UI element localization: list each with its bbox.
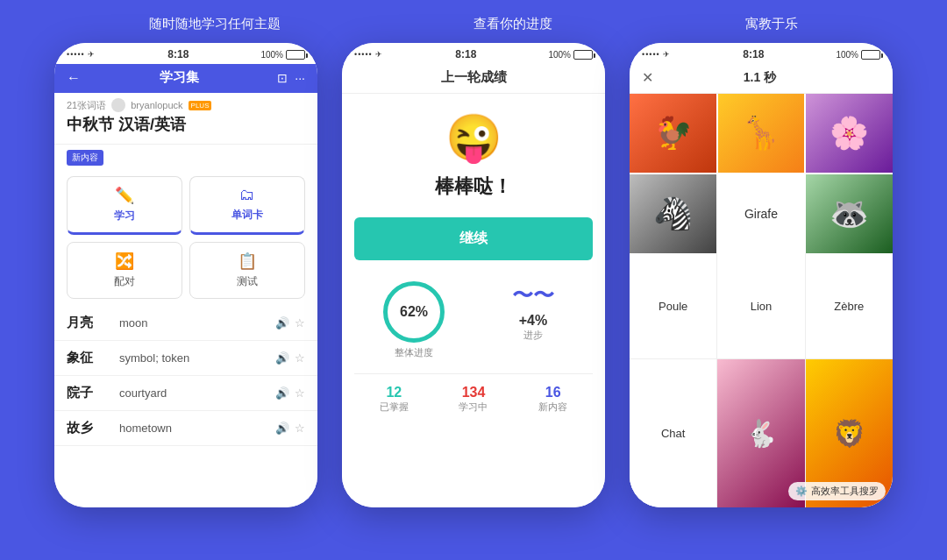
test-icon: 📋 [238,252,257,271]
zh-word-4: 故乡 [67,420,110,436]
word-actions-3: 🔊 ☆ [275,386,305,400]
mode-match[interactable]: 🔀 配对 [67,242,182,299]
answer-poule[interactable]: Poule [630,253,716,358]
bookmark-icon[interactable]: ⊡ [277,71,288,85]
vocab-item-1[interactable]: 月亮 moon 🔊 ☆ [54,306,317,341]
new-badge: 新内容 [67,150,103,166]
answer-lion[interactable]: Lion [717,253,804,358]
time-2: 8:18 [455,48,476,60]
new-stat: 16 新内容 [538,385,567,414]
username: bryanlopuck [131,100,182,110]
poule-label: Poule [659,300,687,313]
battery-pct-3: 100% [836,50,858,60]
label-learn: 随时随地学习任何主题 [149,16,281,32]
learn-label: 学习 [114,209,135,223]
photo-giraffe-top[interactable]: 🦒 [718,94,805,173]
photo-zebra-top[interactable]: 🦓 [630,174,716,253]
mastered-num: 12 [380,385,409,401]
time-3: 8:18 [743,48,764,60]
phone3-title: 1.1 秒 [744,70,776,86]
phone3: ••••• ✈ 8:18 100% ✕ 1.1 秒 🐓 🦒 [630,43,893,507]
audio-icon-4[interactable]: 🔊 [275,422,289,435]
answer-girafe-cell[interactable]: Girafe [718,174,805,253]
card-icon: 🗂 [239,186,255,204]
watermark: ⚙️ 高效率工具搜罗 [788,482,886,500]
answer-zebre[interactable]: Zèbre [806,253,893,358]
label-fun: 寓教于乐 [745,16,798,32]
continue-button[interactable]: 继续 [354,217,593,260]
mastered-label: 已掌握 [380,401,409,414]
star-icon-2[interactable]: ☆ [295,351,305,365]
watermark-text: 高效率工具搜罗 [811,485,879,498]
mode-test[interactable]: 📋 测试 [189,242,305,299]
audio-icon-1[interactable]: 🔊 [275,316,289,330]
audio-icon-2[interactable]: 🔊 [275,351,289,365]
vocab-item-4[interactable]: 故乡 hometown 🔊 ☆ [54,411,317,446]
zebre-label: Zèbre [834,300,864,313]
test-label: 测试 [237,274,258,289]
progress-percent: 62% [400,304,428,320]
phone3-header: ✕ 1.1 秒 [630,64,893,94]
plus-badge: PLUS [189,101,212,110]
pencil-icon: ✏️ [115,186,134,205]
answer-chat[interactable]: Chat [630,359,716,507]
signal-3: ••••• ✈ [642,50,671,59]
mode-flashcard[interactable]: 🗂 单词卡 [189,176,305,235]
phone1: ••••• ✈ 8:18 100% ← 学习集 ⊡ ··· 21张词语 [54,43,317,507]
signal-2: ••••• ✈ [354,50,383,59]
mastered-stat: 12 已掌握 [380,385,409,414]
improvement-value: +4% [474,313,593,329]
avatar [111,98,125,112]
status-bar-2: ••••• ✈ 8:18 100% [342,43,605,64]
improvement-stat: 〜〜 +4% 进步 [474,281,593,359]
signal-dots: ••••• ✈ [67,50,96,59]
new-label: 新内容 [538,401,567,414]
bottom-stats: 12 已掌握 134 学习中 16 新内容 [354,373,593,414]
en-word-3: courtyard [119,386,267,400]
phone1-title: 学习集 [160,69,199,86]
en-word-1: moon [119,316,267,330]
audio-icon-3[interactable]: 🔊 [275,386,289,400]
answer-grid: Poule Lion Zèbre Chat 🐇 🦁 [630,253,893,507]
phone2: ••••• ✈ 8:18 100% 上一轮成绩 😜 棒棒哒！ 继续 62% [342,43,605,507]
phone2-title: 上一轮成绩 [441,69,507,84]
battery-percent: 100% [260,50,283,60]
vocab-item-3[interactable]: 院子 courtyard 🔊 ☆ [54,376,317,411]
learning-stat: 134 学习中 [459,385,488,414]
vocab-item-2[interactable]: 象征 symbol; token 🔊 ☆ [54,341,317,376]
star-icon-1[interactable]: ☆ [295,316,305,330]
star-icon-3[interactable]: ☆ [295,386,305,400]
chat-label: Chat [661,427,685,440]
battery-pct-2: 100% [548,50,571,60]
more-icon[interactable]: ··· [295,71,305,85]
improvement-label: 进步 [474,329,593,342]
giraffe-emoji: 🦒 [718,94,805,173]
mode-learn[interactable]: ✏️ 学习 [67,176,182,235]
close-button[interactable]: ✕ [642,69,653,86]
status-bar-3: ••••• ✈ 8:18 100% [630,43,893,64]
zh-word-1: 月亮 [67,315,110,331]
en-word-4: hometown [119,422,267,435]
progress-circle: 62% [383,281,445,343]
phone2-body: 😜 棒棒哒！ 继续 62% 整体进度 〜〜 +4% 进步 12 [342,94,605,507]
time-display: 8:18 [167,48,189,60]
mode-grid: ✏️ 学习 🗂 单词卡 🔀 配对 📋 测试 [54,171,317,306]
learning-num: 134 [459,385,488,401]
raccoon-emoji: 🦝 [806,174,893,253]
label-progress: 查看你的进度 [474,16,552,32]
match-icon: 🔀 [115,252,134,271]
set-title: 中秋节 汉语/英语 [67,114,305,135]
back-button[interactable]: ← [67,70,81,86]
star-icon-4[interactable]: ☆ [295,422,305,435]
word-actions-2: 🔊 ☆ [275,351,305,365]
word-actions-1: 🔊 ☆ [275,316,305,330]
gear-icon: ⚙️ [795,486,808,497]
zh-word-3: 院子 [67,385,110,401]
stats-row: 62% 整体进度 〜〜 +4% 进步 [354,281,593,359]
match-label: 配对 [114,274,135,289]
photo-raccoon[interactable]: 🦝 [806,174,893,253]
photo-flower[interactable]: 🌸 [806,94,893,173]
battery-3: 100% [836,50,880,60]
photo-rooster[interactable]: 🐓 [630,94,716,173]
battery-icon-3 [861,50,880,60]
